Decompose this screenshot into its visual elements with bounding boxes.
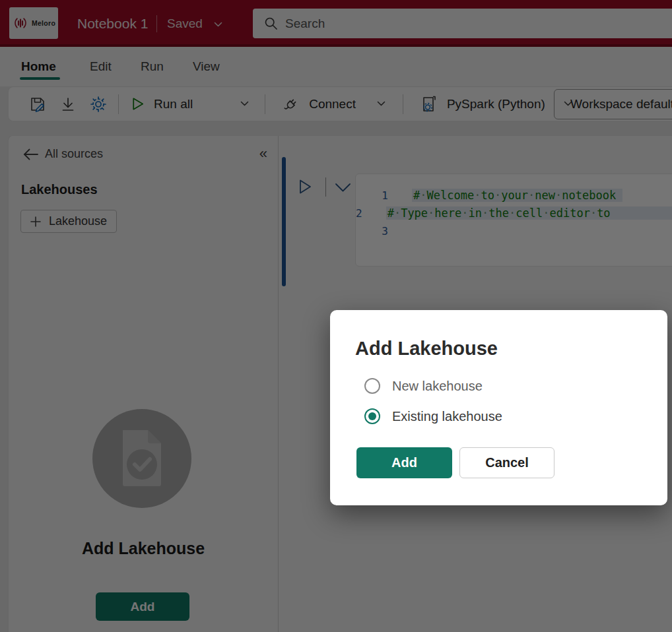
dialog-buttons: Add Cancel: [356, 447, 554, 478]
dialog-cancel-button[interactable]: Cancel: [459, 447, 554, 478]
radio-existing-lakehouse[interactable]: Existing lakehouse: [364, 408, 502, 424]
radio-icon: [364, 378, 380, 394]
radio-new-lakehouse[interactable]: New lakehouse: [364, 378, 483, 394]
dialog-title: Add Lakehouse: [355, 338, 498, 360]
dialog-add-button[interactable]: Add: [356, 447, 452, 478]
add-lakehouse-dialog: Add Lakehouse New lakehouse Existing lak…: [330, 310, 667, 505]
radio-icon: [364, 408, 380, 424]
